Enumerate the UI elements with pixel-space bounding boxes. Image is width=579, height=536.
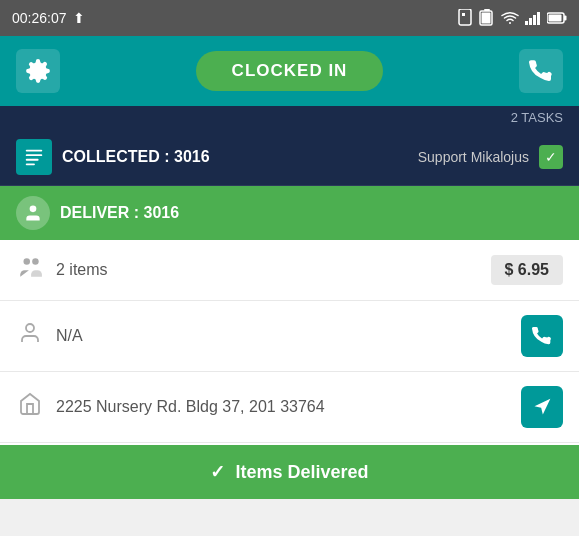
svg-rect-10 bbox=[564, 16, 567, 21]
svg-point-19 bbox=[26, 324, 34, 332]
clocked-in-badge: CLOCKED IN bbox=[196, 51, 384, 91]
svg-rect-8 bbox=[537, 12, 540, 25]
call-icon bbox=[532, 326, 552, 346]
address-row: 2225 Nursery Rd. Bldg 37, 201 33764 bbox=[0, 372, 579, 443]
clock-display: 00:26:07 bbox=[12, 10, 67, 26]
gear-icon bbox=[25, 58, 51, 84]
svg-rect-0 bbox=[459, 9, 471, 25]
address-label: 2225 Nursery Rd. Bldg 37, 201 33764 bbox=[56, 398, 325, 416]
sim-icon bbox=[457, 9, 473, 27]
collected-left: COLLECTED : 3016 bbox=[16, 139, 210, 175]
svg-rect-12 bbox=[26, 150, 43, 152]
collected-checkbox[interactable]: ✓ bbox=[539, 145, 563, 169]
status-bar: 00:26:07 ⬆ bbox=[0, 0, 579, 36]
signal-icon bbox=[525, 11, 541, 25]
svg-point-17 bbox=[24, 258, 31, 265]
list-icon bbox=[23, 146, 45, 168]
navigate-icon bbox=[532, 397, 552, 417]
items-icon bbox=[16, 254, 44, 286]
delivered-label: Items Delivered bbox=[235, 462, 368, 483]
collected-label: COLLECTED : 3016 bbox=[62, 148, 210, 166]
svg-rect-3 bbox=[484, 9, 490, 11]
items-delivered-button[interactable]: ✓ Items Delivered bbox=[0, 445, 579, 499]
home-icon bbox=[18, 392, 42, 416]
items-label: 2 items bbox=[56, 261, 108, 279]
call-button[interactable] bbox=[521, 315, 563, 357]
address-icon bbox=[16, 392, 44, 422]
upload-icon: ⬆ bbox=[73, 10, 85, 26]
contact-label: N/A bbox=[56, 327, 83, 345]
svg-rect-13 bbox=[26, 154, 43, 156]
app-header: CLOCKED IN bbox=[0, 36, 579, 106]
svg-rect-7 bbox=[533, 15, 536, 25]
svg-rect-5 bbox=[525, 21, 528, 25]
navigate-button[interactable] bbox=[521, 386, 563, 428]
svg-rect-15 bbox=[26, 163, 35, 165]
collected-right: Support Mikalojus ✓ bbox=[418, 145, 563, 169]
status-time-area: 00:26:07 ⬆ bbox=[12, 10, 85, 26]
contact-row-left: N/A bbox=[16, 321, 83, 351]
svg-point-16 bbox=[30, 206, 37, 213]
contact-row: N/A bbox=[0, 301, 579, 372]
group-icon bbox=[17, 254, 43, 280]
svg-rect-14 bbox=[26, 159, 39, 161]
deliver-person-icon bbox=[16, 196, 50, 230]
phone-icon bbox=[529, 59, 553, 83]
battery-icon bbox=[479, 9, 495, 27]
tasks-count: 2 TASKS bbox=[511, 110, 563, 125]
deliver-label: DELIVER : 3016 bbox=[60, 204, 179, 222]
battery2-icon bbox=[547, 12, 567, 24]
checkmark-icon: ✓ bbox=[545, 149, 557, 165]
deliver-row: DELIVER : 3016 bbox=[0, 186, 579, 240]
svg-point-18 bbox=[32, 258, 38, 265]
collected-icon bbox=[16, 139, 52, 175]
items-row: 2 items $ 6.95 bbox=[0, 240, 579, 301]
phone-button[interactable] bbox=[519, 49, 563, 93]
contact-icon bbox=[16, 321, 44, 351]
items-row-left: 2 items bbox=[16, 254, 108, 286]
svg-rect-6 bbox=[529, 18, 532, 25]
collected-row: COLLECTED : 3016 Support Mikalojus ✓ bbox=[0, 129, 579, 186]
person-icon bbox=[23, 203, 43, 223]
user-icon bbox=[18, 321, 42, 345]
settings-button[interactable] bbox=[16, 49, 60, 93]
info-section: 2 items $ 6.95 N/A bbox=[0, 240, 579, 443]
svg-rect-11 bbox=[549, 15, 562, 22]
status-icons-area bbox=[457, 9, 567, 27]
svg-rect-4 bbox=[482, 13, 491, 24]
price-badge: $ 6.95 bbox=[491, 255, 563, 285]
address-row-left: 2225 Nursery Rd. Bldg 37, 201 33764 bbox=[16, 392, 325, 422]
main-content: 2 TASKS COLLECTED : 3016 Support Mikaloj… bbox=[0, 106, 579, 499]
tasks-banner: 2 TASKS bbox=[0, 106, 579, 129]
svg-rect-1 bbox=[462, 13, 465, 16]
support-label: Support Mikalojus bbox=[418, 149, 529, 165]
svg-marker-20 bbox=[535, 399, 551, 415]
wifi-icon bbox=[501, 11, 519, 25]
delivered-checkmark-icon: ✓ bbox=[210, 461, 225, 483]
